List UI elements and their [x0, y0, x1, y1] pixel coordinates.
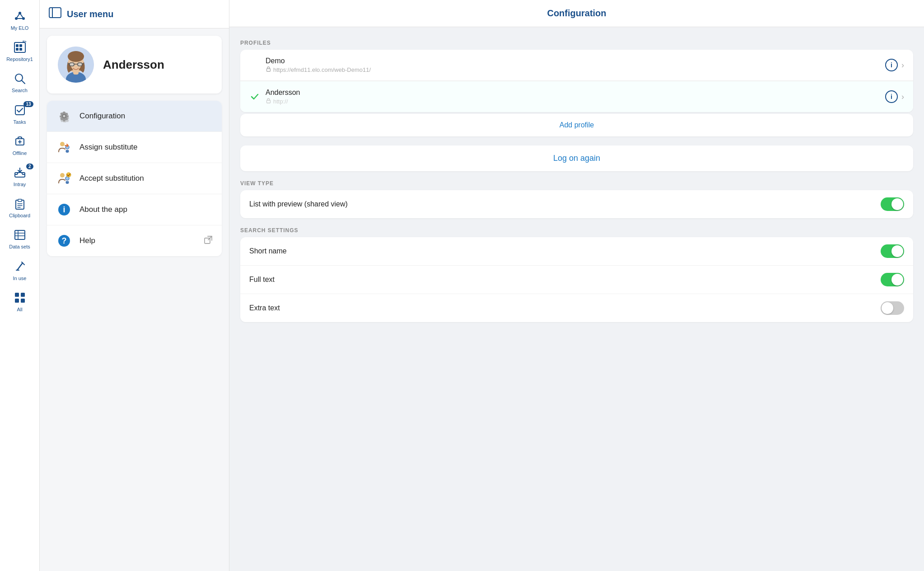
svg-rect-62	[267, 100, 271, 103]
profile-url-text-demo: https://efmd11.elo.com/web-Demo11/	[273, 66, 371, 73]
svg-rect-32	[21, 293, 25, 297]
log-on-again-label: Log on again	[553, 154, 600, 163]
view-type-card: List with preview (shared view)	[240, 190, 913, 218]
nav-item-in-use[interactable]: In use	[4, 256, 36, 285]
svg-rect-7	[16, 44, 19, 47]
add-profile-button[interactable]: Add profile	[240, 114, 913, 136]
toggle-thumb-full-text	[891, 274, 903, 286]
toggle-short-name[interactable]	[881, 244, 904, 258]
profile-info-demo: Demo https://efmd11.elo.com/web-Demo11/	[266, 57, 880, 73]
nav-item-intray[interactable]: 2 Intray	[4, 162, 36, 191]
profile-actions-andersson: i ›	[885, 90, 904, 103]
toggle-track-short-name[interactable]	[881, 244, 904, 258]
about-app-icon: i	[56, 201, 72, 218]
svg-rect-31	[15, 293, 19, 297]
main-content: User menu	[40, 0, 924, 571]
nav-item-clipboard[interactable]: Clipboard	[4, 193, 36, 222]
profile-url-demo: https://efmd11.elo.com/web-Demo11/	[266, 66, 880, 73]
menu-list: Configuration Assign substitute	[47, 101, 222, 256]
nav-item-data-sets[interactable]: Data sets	[4, 224, 36, 253]
svg-rect-34	[21, 299, 25, 303]
tasks-badge: 13	[23, 101, 33, 107]
nav-label-clipboard: Clipboard	[9, 213, 30, 219]
nav-item-tasks[interactable]: 13 Tasks	[4, 99, 36, 129]
menu-item-help[interactable]: ? Help	[47, 225, 222, 256]
right-panel-title: Configuration	[547, 8, 606, 19]
toggle-full-text[interactable]	[881, 273, 904, 286]
svg-text:?: ?	[62, 236, 67, 245]
nav-item-repository1[interactable]: ELO Repository1	[4, 37, 36, 66]
nav-item-offline[interactable]: Offline	[4, 131, 36, 160]
view-type-section: VIEW TYPE List with preview (shared view…	[240, 180, 913, 218]
right-panel-header: Configuration	[229, 0, 924, 27]
assign-substitute-icon	[56, 139, 72, 155]
svg-line-3	[16, 13, 20, 19]
panel-header-title: User menu	[67, 9, 113, 19]
menu-item-label-assign-substitute: Assign substitute	[79, 143, 213, 152]
menu-item-assign-substitute[interactable]: Assign substitute	[47, 132, 222, 163]
profile-info-andersson: Andersson http://	[266, 89, 880, 105]
intray-icon	[13, 165, 27, 180]
menu-item-configuration[interactable]: Configuration	[47, 101, 222, 132]
profile-row-demo[interactable]: Demo https://efmd11.elo.com/web-Demo11/	[240, 50, 913, 81]
svg-text:i: i	[63, 205, 65, 214]
left-panel: User menu	[40, 0, 229, 571]
profiles-card: Demo https://efmd11.elo.com/web-Demo11/	[240, 50, 913, 112]
profile-name-demo: Demo	[266, 57, 880, 65]
accept-substitution-icon	[56, 170, 72, 187]
in-use-icon	[13, 259, 27, 274]
menu-item-accept-substitution[interactable]: Accept substitution	[47, 163, 222, 194]
nav-item-my-elo[interactable]: My ELO	[4, 5, 36, 35]
svg-rect-61	[267, 69, 271, 71]
log-on-again-button[interactable]: Log on again	[240, 145, 913, 171]
svg-line-13	[22, 80, 25, 84]
svg-point-49	[63, 115, 65, 117]
user-name: Andersson	[103, 58, 164, 72]
view-type-section-label: VIEW TYPE	[240, 180, 913, 187]
profile-info-btn-demo[interactable]: i	[885, 59, 898, 71]
panel-layout-icon	[49, 7, 61, 21]
lock-icon-andersson	[266, 98, 271, 105]
nav-label-my-elo: My ELO	[11, 25, 29, 31]
setting-label-full-text: Full text	[249, 276, 881, 284]
profile-check-demo	[249, 60, 260, 70]
profile-chevron-demo: ›	[901, 61, 904, 70]
user-card: Andersson	[47, 36, 222, 94]
lock-icon-demo	[266, 66, 271, 73]
setting-row-full-text: Full text	[240, 266, 913, 294]
help-icon: ?	[56, 233, 72, 249]
profile-row-andersson[interactable]: Andersson http:// i	[240, 81, 913, 112]
panel-header: User menu	[40, 0, 229, 28]
svg-rect-42	[70, 63, 74, 66]
toggle-extra-text[interactable]	[881, 301, 904, 315]
add-profile-label: Add profile	[560, 121, 594, 129]
menu-item-about-the-app[interactable]: i About the app	[47, 194, 222, 225]
nav-bar: My ELO ELO Repository1 Search	[0, 0, 40, 571]
menu-item-label-accept-substitution: Accept substitution	[79, 174, 213, 183]
profile-url-text-andersson: http://	[273, 98, 288, 105]
toggle-track-extra-text[interactable]	[881, 301, 904, 315]
profile-info-btn-andersson[interactable]: i	[885, 90, 898, 103]
svg-rect-24	[15, 230, 25, 239]
setting-row-short-name: Short name	[240, 237, 913, 266]
clipboard-icon	[13, 197, 27, 211]
search-settings-section-label: SEARCH SETTINGS	[240, 227, 913, 234]
svg-line-28	[17, 263, 23, 270]
profiles-section-label: PROFILES	[240, 40, 913, 46]
toggle-list-preview[interactable]	[881, 197, 904, 211]
nav-item-all[interactable]: All	[4, 287, 36, 316]
setting-label-short-name: Short name	[249, 247, 881, 255]
toggle-thumb-extra-text	[882, 302, 893, 314]
external-link-icon	[204, 235, 213, 247]
nav-item-search[interactable]: Search	[4, 68, 36, 97]
setting-label-extra-text: Extra text	[249, 304, 881, 312]
setting-label-list-preview: List with preview (shared view)	[249, 200, 881, 208]
svg-point-52	[60, 173, 65, 178]
configuration-gear-icon	[56, 108, 72, 124]
user-avatar	[58, 47, 94, 83]
nav-label-all: All	[17, 307, 22, 313]
toggle-track-list-preview[interactable]	[881, 197, 904, 211]
toggle-track-full-text[interactable]	[881, 273, 904, 286]
nav-label-data-sets: Data sets	[9, 244, 30, 250]
right-panel: Configuration PROFILES Demo	[229, 0, 924, 571]
